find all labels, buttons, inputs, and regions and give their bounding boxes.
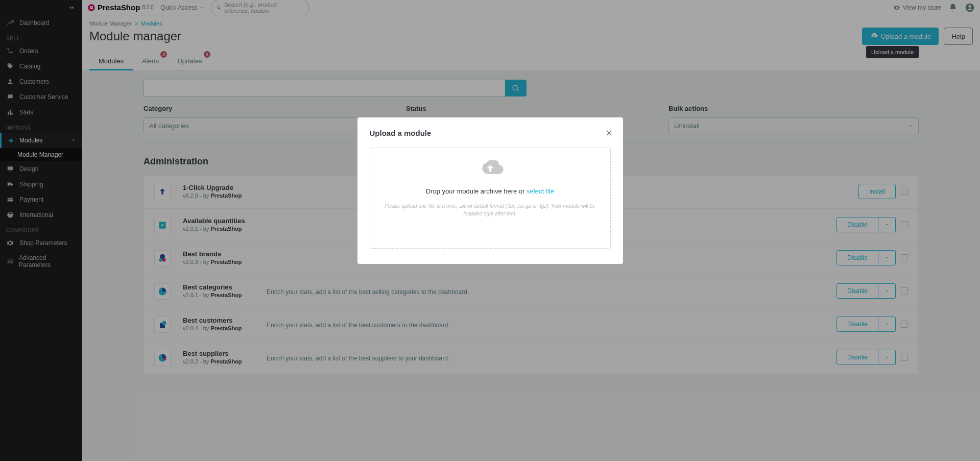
upload-modal: Upload a module ✕ Drop your module archi… [357, 117, 623, 264]
modal-close-button[interactable]: ✕ [605, 128, 613, 139]
drop-hint: Please upload one file at a time, .zip o… [378, 202, 602, 217]
drop-text: Drop your module archive here or select … [378, 187, 602, 195]
dropzone[interactable]: Drop your module archive here or select … [370, 148, 611, 249]
modal-title: Upload a module [370, 129, 611, 137]
select-file-link[interactable]: select file [527, 187, 554, 195]
cloud-upload-icon [378, 160, 602, 182]
modal-overlay[interactable]: Upload a module ✕ Drop your module archi… [0, 0, 980, 461]
